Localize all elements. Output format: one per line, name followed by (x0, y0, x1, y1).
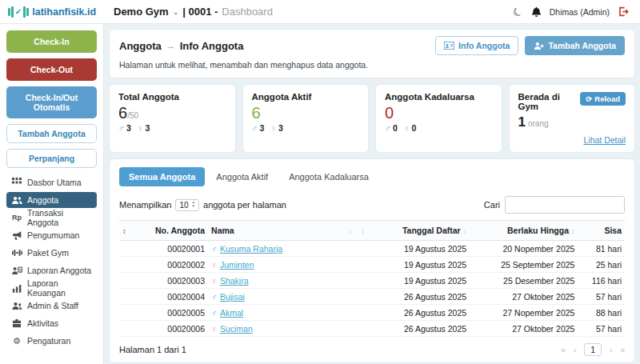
member-name-link[interactable]: Akmal (220, 308, 243, 318)
member-name-link[interactable]: Juminten (220, 260, 254, 270)
sort-icon[interactable]: ↕ (362, 227, 366, 235)
stat-title: Anggota Aktif (252, 92, 360, 102)
member-report-icon (11, 266, 22, 275)
search-input[interactable] (505, 196, 625, 214)
tab-anggota-kadaluarsa[interactable]: Anggota Kadaluarsa (279, 167, 378, 186)
sidebar-item-dasbor-utama[interactable]: Dasbor Utama (6, 174, 97, 190)
cell-no-anggota: 00020004 (134, 289, 208, 305)
cell-no-anggota: 00020001 (134, 241, 208, 257)
breadcrumb-parent[interactable]: Anggota (119, 40, 162, 52)
gears-icon: ⚙ (11, 337, 22, 346)
male-icon: ♂ (118, 123, 125, 133)
auto-checkinout-button[interactable]: Check-In/Out Otomatis (6, 86, 97, 118)
stat-value: 6 (118, 104, 127, 122)
tambah-anggota-button[interactable]: Tambah Anggota (525, 36, 625, 55)
tab-anggota-aktif[interactable]: Anggota Aktif (206, 167, 278, 186)
cell-sisa: 88 hari (578, 305, 625, 321)
pagination: « ‹ 1 › » (561, 343, 625, 356)
sidebar-item-laporan-keuangan[interactable]: Laporan Keuangan (6, 280, 97, 296)
next-page-button[interactable]: › (610, 346, 612, 354)
sidebar-item-pengaturan[interactable]: ⚙ Pengaturan (6, 333, 97, 349)
col-tanggal-daftar[interactable]: Tanggal Daftar ↕ (370, 221, 470, 241)
stat-title: Anggota Kadaluarsa (385, 92, 493, 102)
gender-icon: ♀ (211, 276, 218, 286)
info-anggota-button[interactable]: Info Anggota (435, 36, 518, 55)
cell-berlaku-hingga: 25 September 2025 (470, 257, 578, 273)
lihat-detail-link[interactable]: Lihat Detail (518, 135, 626, 145)
tambah-anggota-sidebar-button[interactable]: Tambah Anggota (6, 124, 97, 143)
cell-berlaku-hingga: 27 Oktober 2025 (470, 289, 578, 305)
sidebar-item-pengumuman[interactable]: Pengumuman (6, 227, 97, 243)
member-name-link[interactable]: Kusuma Raharja (220, 244, 282, 254)
gender-icon: ♂ (211, 308, 218, 318)
col-sisa[interactable]: Sisa (578, 221, 625, 241)
dark-mode-moon-icon[interactable]: ☾ (511, 4, 526, 18)
gym-name[interactable]: Demo Gym (114, 6, 169, 18)
member-name-link[interactable]: Suciman (220, 324, 253, 334)
male-icon: ♂ (385, 123, 391, 133)
menu-label: Anggota (27, 195, 58, 205)
female-icon: ♀ (270, 123, 277, 133)
stat-value: 6 (252, 104, 261, 122)
cell-no-anggota: 00020003 (134, 273, 208, 289)
page-size-value: 10 (179, 201, 188, 210)
col-nama[interactable]: Nama (208, 221, 344, 241)
user-name[interactable]: Dhimas (Admin) (550, 7, 610, 17)
admin-users-icon (11, 302, 22, 310)
sort-icon[interactable]: ↕ (122, 227, 126, 235)
prev-page-button[interactable]: ‹ (574, 346, 576, 354)
megaphone-icon (11, 231, 22, 240)
tab-semua-anggota[interactable]: Semua Anggota (119, 167, 205, 186)
col-berlaku-hingga[interactable]: Berlaku Hingga ↕ (470, 221, 578, 241)
notification-bell-icon[interactable] (531, 6, 542, 17)
brand-name: latihanfisik.id (32, 6, 96, 18)
sidebar-item-laporan-anggota[interactable]: Laporan Anggota (6, 262, 97, 278)
check-in-button[interactable]: Check-In (6, 30, 97, 53)
stat-value: 0 (385, 104, 394, 122)
first-page-button[interactable]: « (561, 346, 566, 354)
members-table-card: Semua Anggota Anggota Aktif Anggota Kada… (109, 158, 635, 363)
sidebar-item-transaksi-anggota[interactable]: Rp Transaksi Anggota (6, 210, 97, 226)
chevron-down-icon[interactable]: ⌄ (173, 8, 179, 16)
male-count: 3 (126, 123, 131, 133)
cell-tanggal-daftar: 26 Agustus 2025 (370, 305, 470, 321)
cell-sisa: 57 hari (578, 289, 625, 305)
cell-nama: ♀Suciman (208, 321, 344, 337)
sort-icon: ↕ (463, 227, 467, 235)
page-size-select[interactable]: 10 ▲▼ (175, 199, 199, 211)
sidebar-item-aktivitas[interactable]: Aktivitas (6, 315, 97, 331)
female-count: 3 (146, 123, 150, 133)
topbar: ✓ latihanfisik.id Demo Gym ⌄ | 0001 - Da… (0, 0, 640, 24)
stat-title: Total Anggota (118, 92, 226, 102)
stat-card-anggota-kadaluarsa: Anggota Kadaluarsa 0 ♂0 ♀0 (375, 84, 502, 153)
sidebar-item-paket-gym[interactable]: Paket Gym (6, 245, 97, 261)
page-header-card: Anggota → Info Anggota Info Anggota Tamb… (109, 29, 635, 78)
member-name-link[interactable]: Bujisai (220, 292, 245, 302)
sort-icon[interactable]: ↕ (348, 227, 352, 235)
perpanjang-button[interactable]: Perpanjang (6, 149, 97, 168)
topbar-actions: ☾ Dhimas (Admin) (513, 6, 640, 18)
cell-nama: ♂Bujisai (208, 289, 344, 305)
reload-button[interactable]: ⟳ Reload (580, 92, 626, 106)
cell-tanggal-daftar: 19 Agustus 2025 (370, 273, 470, 289)
logout-icon[interactable] (618, 6, 629, 17)
female-icon: ♀ (138, 123, 144, 133)
last-page-button[interactable]: » (620, 346, 625, 354)
male-count: 3 (259, 123, 264, 133)
member-name-link[interactable]: Shakira (220, 276, 249, 286)
person-plus-icon (534, 42, 544, 50)
sort-icon: ↕ (571, 227, 575, 235)
brand[interactable]: ✓ latihanfisik.id (0, 6, 104, 18)
sidebar-item-anggota[interactable]: Anggota (6, 192, 97, 208)
stat-card-total-anggota: Total Anggota 6/50 ♂3 ♀3 (109, 84, 236, 153)
gender-icon: ♂ (211, 292, 218, 302)
page-number-button[interactable]: 1 (584, 343, 602, 356)
menu-label: Dasbor Utama (27, 178, 82, 187)
members-table: ↕ No. Anggota Nama ↕ ↕ Tanggal Daftar ↕ … (119, 220, 625, 337)
check-out-button[interactable]: Check-Out (6, 58, 97, 81)
stat-title: Berada di Gym (518, 92, 581, 111)
current-page-name: Dashboard (222, 6, 273, 18)
col-no-anggota[interactable]: No. Anggota (134, 221, 208, 241)
sidebar-item-admin-staff[interactable]: Admin & Staff (6, 298, 97, 314)
cell-berlaku-hingga: 25 Desember 2025 (470, 273, 578, 289)
